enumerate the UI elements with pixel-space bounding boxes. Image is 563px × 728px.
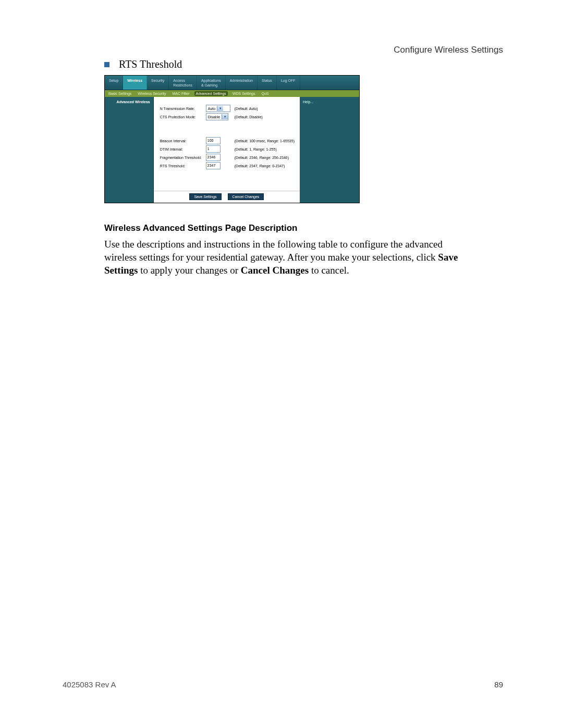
sub-tabs: Basic Settings Wireless Security MAC Fil… — [105, 90, 359, 97]
tab-wireless[interactable]: Wireless — [123, 76, 147, 90]
rts-label: RTS Threshold: — [158, 162, 204, 170]
n-rate-value: Auto — [208, 107, 215, 110]
subtab-qos[interactable]: QoS — [260, 91, 270, 96]
bullet-square-icon — [104, 62, 109, 67]
n-rate-hint: (Default: Auto) — [232, 104, 297, 113]
tab-administration[interactable]: Administration — [226, 76, 258, 90]
save-settings-button[interactable]: Save Settings — [189, 193, 221, 200]
cancel-changes-button[interactable]: Cancel Changes — [228, 193, 264, 200]
dtim-input[interactable]: 1 — [206, 145, 221, 153]
button-bar: Save Settings Cancel Changes — [154, 191, 300, 203]
left-column: Advanced Wireless — [105, 97, 154, 203]
settings-panel: N Transmission Rate: Auto ▼ (Default: Au… — [154, 97, 300, 203]
subtab-wsec[interactable]: Wireless Security — [136, 91, 167, 96]
chevron-down-icon: ▼ — [217, 106, 223, 111]
cts-label: CTS Protection Mode: — [158, 113, 204, 121]
beacon-hint: (Default: 100 msec, Range: 1-65535) — [232, 137, 297, 145]
chevron-down-icon: ▼ — [222, 114, 228, 119]
tab-access-restrictions[interactable]: Access Restrictions — [169, 76, 197, 90]
rts-input[interactable]: 2347 — [206, 162, 221, 169]
rts-hint: (Default: 2347, Range: 0-2347) — [232, 162, 297, 170]
main-tabs: Setup Wireless Security Access Restricti… — [105, 76, 359, 90]
subtab-wds[interactable]: WDS Settings — [231, 91, 257, 96]
frag-hint: (Default: 2346, Range: 256-2346) — [232, 153, 297, 162]
dtim-hint: (Default: 1, Range: 1-255) — [232, 145, 297, 153]
beacon-label: Beacon Interval: — [158, 137, 204, 145]
section-heading: Wireless Advanced Settings Page Descript… — [104, 223, 298, 233]
bullet-row: RTS Threshold — [104, 58, 182, 70]
router-ui: Setup Wireless Security Access Restricti… — [104, 75, 360, 203]
frag-input[interactable]: 2346 — [206, 154, 221, 161]
cts-hint: (Default: Disable) — [232, 113, 297, 121]
subtab-advanced[interactable]: Advanced Settings — [194, 91, 228, 96]
frag-label: Fragmentation Threshold: — [158, 153, 204, 162]
subtab-mac[interactable]: MAC Filter — [170, 91, 191, 96]
para-text-e: to cancel. — [309, 265, 349, 276]
dtim-label: DTIM Interval: — [158, 145, 204, 153]
footer-right-page-number: 89 — [494, 680, 503, 689]
left-column-title: Advanced Wireless — [105, 100, 153, 107]
help-link[interactable]: Help... — [303, 100, 313, 104]
page-header-right: Configure Wireless Settings — [394, 45, 503, 55]
subtab-basic[interactable]: Basic Settings — [107, 91, 133, 96]
cts-select[interactable]: Disable ▼ — [206, 113, 228, 120]
footer-left: 4025083 Rev A — [63, 680, 116, 689]
description-paragraph: Use the descriptions and instructions in… — [104, 238, 459, 277]
tab-status[interactable]: Status — [258, 76, 277, 90]
tab-setup[interactable]: Setup — [105, 76, 123, 90]
tab-applications-gaming[interactable]: Applications & Gaming — [197, 76, 226, 90]
cts-value: Disable — [208, 115, 220, 119]
bullet-text: RTS Threshold — [119, 58, 182, 70]
beacon-input[interactable]: 100 — [206, 137, 221, 144]
n-rate-label: N Transmission Rate: — [158, 104, 204, 113]
tab-security[interactable]: Security — [147, 76, 169, 90]
help-column: Help... — [300, 97, 359, 203]
para-text-d: Cancel Changes — [241, 265, 309, 276]
para-text-a: Use the descriptions and instructions in… — [104, 239, 443, 263]
para-text-c: to apply your changes or — [138, 265, 240, 276]
n-rate-select[interactable]: Auto ▼ — [206, 105, 230, 112]
tab-logoff[interactable]: Log OFF — [277, 76, 300, 90]
